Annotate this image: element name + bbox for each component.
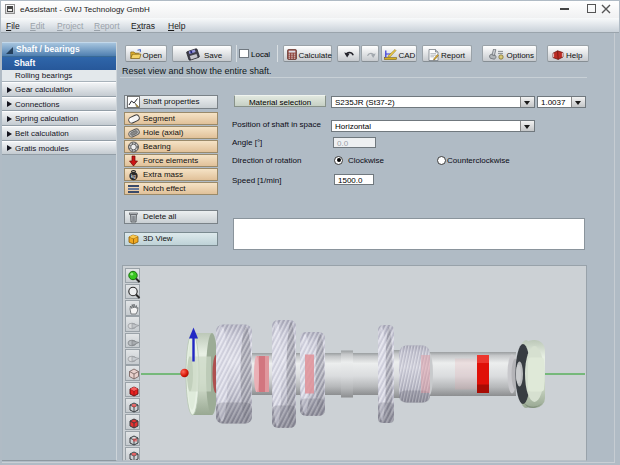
svg-text:kg: kg (131, 174, 136, 179)
